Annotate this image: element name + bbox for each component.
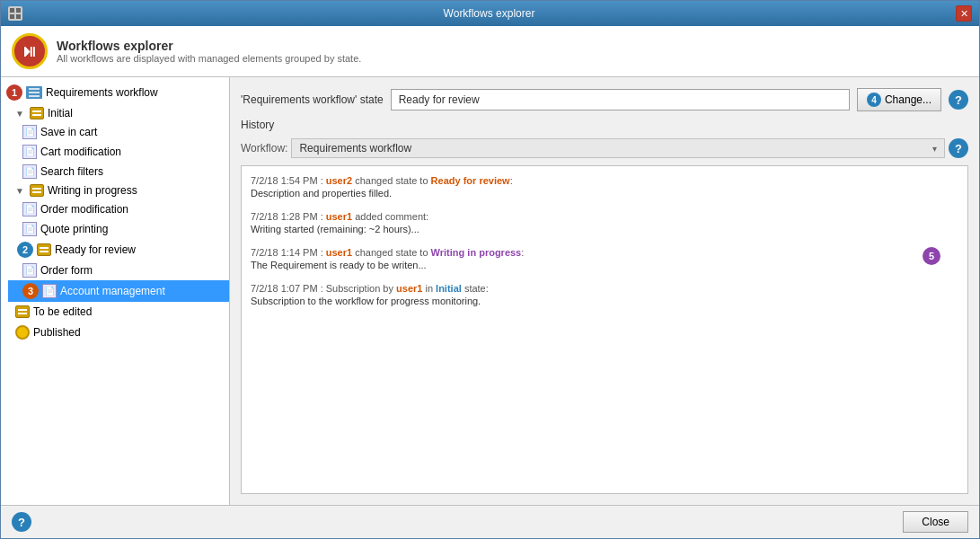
sidebar-root-item[interactable]: 1 Requirements workflow bbox=[1, 81, 229, 104]
item-label: Save in cart bbox=[40, 126, 97, 138]
list-item[interactable]: 📄 Cart modification bbox=[8, 142, 229, 162]
arrow-down-icon: ▼ bbox=[15, 186, 24, 196]
history-user-3: user1 bbox=[326, 247, 352, 258]
history-state-4: Initial bbox=[436, 283, 462, 294]
svg-rect-3 bbox=[16, 14, 21, 19]
history-desc-1: Description and properties filled. bbox=[251, 188, 958, 199]
published-label: Published bbox=[33, 326, 81, 339]
workflow-select[interactable]: Requirements workflow ▾ bbox=[291, 138, 945, 158]
history-desc-3: The Requirement is ready to be writen... bbox=[251, 260, 958, 270]
list-item[interactable]: 📄 Search filters bbox=[8, 162, 229, 181]
writing-label: Writing in progress bbox=[48, 184, 137, 197]
history-desc-2: Writing started (remaining: ~2 hours)... bbox=[251, 224, 958, 234]
to-be-edited-item[interactable]: To be edited bbox=[1, 302, 229, 322]
svg-rect-1 bbox=[16, 8, 21, 13]
title-bar: Workflows explorer ✕ bbox=[1, 1, 979, 26]
change-btn-label: Change... bbox=[885, 93, 931, 106]
ready-group: 2 Ready for review 📄 Order form 3 � bbox=[8, 239, 229, 302]
history-time-2: 7/2/18 1:28 PM : user1 added comment: bbox=[251, 211, 958, 222]
help-button-workflow[interactable]: ? bbox=[949, 138, 968, 158]
doc-icon: 📄 bbox=[22, 202, 37, 216]
to-be-edited-label: To be edited bbox=[33, 305, 92, 318]
badge-4: 4 bbox=[867, 93, 881, 107]
state-value: Ready for review bbox=[391, 89, 850, 110]
history-user-4: user1 bbox=[396, 283, 422, 294]
ready-section[interactable]: 2 Ready for review bbox=[8, 239, 229, 261]
app-header: ⏯ Workflows explorer All workflows are d… bbox=[1, 26, 979, 77]
published-item[interactable]: Published bbox=[1, 322, 229, 343]
history-desc-4: Subscription to the workflow for progres… bbox=[251, 296, 958, 306]
doc-icon: 📄 bbox=[22, 263, 37, 278]
svg-rect-2 bbox=[10, 14, 14, 19]
app-logo: ⏯ bbox=[12, 33, 48, 69]
header-title: Workflows explorer bbox=[57, 39, 361, 53]
item-label: Quote printing bbox=[40, 223, 108, 235]
history-user-2: user1 bbox=[326, 211, 352, 222]
workflow-select-value: Requirements workflow bbox=[299, 142, 411, 155]
writing-group: ▼ Writing in progress 📄 Order modificati… bbox=[8, 181, 229, 239]
workflow-tree-icon bbox=[26, 86, 42, 99]
doc-icon: 📄 bbox=[22, 222, 37, 236]
app-icon bbox=[8, 6, 22, 21]
doc-icon: 📄 bbox=[42, 284, 57, 298]
header-text-block: Workflows explorer All workflows are dis… bbox=[57, 39, 361, 64]
history-time-1: 7/2/18 1:54 PM : user2 changed state to … bbox=[251, 175, 958, 186]
sidebar: 1 Requirements workflow ▼ bbox=[1, 77, 230, 505]
to-be-edited-icon bbox=[15, 305, 30, 318]
workflow-row: Workflow: Requirements workflow ▾ ? bbox=[241, 138, 968, 158]
close-button[interactable]: Close bbox=[903, 511, 968, 533]
history-state-3: Writing in progress bbox=[431, 247, 522, 258]
badge-3: 3 bbox=[22, 283, 39, 299]
help-button-state[interactable]: ? bbox=[949, 90, 968, 110]
writing-section[interactable]: ▼ Writing in progress bbox=[8, 181, 229, 199]
state-row: 'Requirements workflow' state Ready for … bbox=[241, 88, 968, 111]
history-entry-2: 7/2/18 1:28 PM : user1 added comment: Wr… bbox=[251, 211, 958, 234]
logo-icon: ⏯ bbox=[22, 42, 38, 61]
footer: ? Close bbox=[1, 505, 979, 538]
history-user-1: user2 bbox=[326, 175, 352, 186]
right-panel: 'Requirements workflow' state Ready for … bbox=[230, 77, 979, 505]
change-button[interactable]: 4 Change... bbox=[857, 88, 941, 111]
main-content: 1 Requirements workflow ▼ bbox=[1, 77, 979, 505]
list-item[interactable]: 📄 Quote printing bbox=[8, 219, 229, 239]
chevron-down-icon: ▾ bbox=[932, 144, 937, 154]
close-window-button[interactable]: ✕ bbox=[956, 5, 972, 22]
history-time-4: 7/2/18 1:07 PM : Subscription by user1 i… bbox=[251, 283, 958, 294]
help-button-footer[interactable]: ? bbox=[12, 512, 31, 532]
item-label: Account management bbox=[60, 285, 165, 297]
item-label: Order modification bbox=[40, 203, 128, 216]
history-state-1: Ready for review bbox=[431, 175, 510, 186]
history-label: History bbox=[241, 119, 968, 131]
doc-icon: 📄 bbox=[22, 164, 37, 179]
item-label: Order form bbox=[40, 264, 93, 277]
workflows-explorer-window: Workflows explorer ✕ ⏯ Workflows explore… bbox=[0, 0, 980, 539]
item-label: Cart modification bbox=[40, 146, 121, 158]
doc-icon: 📄 bbox=[22, 125, 37, 139]
ready-section-icon bbox=[37, 243, 51, 256]
initial-section-icon bbox=[30, 107, 44, 119]
history-box: 7/2/18 1:54 PM : user2 changed state to … bbox=[241, 165, 968, 494]
history-entry-4: 7/2/18 1:07 PM : Subscription by user1 i… bbox=[251, 283, 958, 306]
history-time-3: 7/2/18 1:14 PM : user1 changed state to … bbox=[251, 247, 958, 258]
account-management-item[interactable]: 3 📄 Account management bbox=[8, 280, 229, 302]
list-item[interactable]: 📄 Save in cart bbox=[8, 122, 229, 142]
list-item[interactable]: 📄 Order form bbox=[8, 261, 229, 280]
item-label: Search filters bbox=[40, 165, 103, 178]
arrow-down-icon: ▼ bbox=[15, 109, 24, 119]
list-item[interactable]: 📄 Order modification bbox=[8, 199, 229, 219]
initial-group: ▼ Initial 📄 Save in cart 📄 Cart mo bbox=[8, 104, 229, 181]
state-section-label: 'Requirements workflow' state bbox=[241, 93, 384, 106]
initial-section[interactable]: ▼ Initial bbox=[8, 104, 229, 122]
published-icon bbox=[15, 325, 30, 340]
doc-icon: 📄 bbox=[22, 145, 37, 159]
badge-1: 1 bbox=[6, 84, 22, 101]
history-entry-1: 7/2/18 1:54 PM : user2 changed state to … bbox=[251, 175, 958, 199]
sidebar-root-label: Requirements workflow bbox=[46, 86, 158, 99]
svg-rect-0 bbox=[10, 8, 14, 13]
header-subtitle: All workflows are displayed with managed… bbox=[57, 53, 361, 64]
writing-section-icon bbox=[30, 184, 44, 197]
title-bar-left bbox=[8, 6, 22, 21]
badge-2: 2 bbox=[17, 242, 33, 258]
history-entry-3: 7/2/18 1:14 PM : user1 changed state to … bbox=[251, 247, 958, 270]
badge-5: 5 bbox=[923, 247, 940, 265]
